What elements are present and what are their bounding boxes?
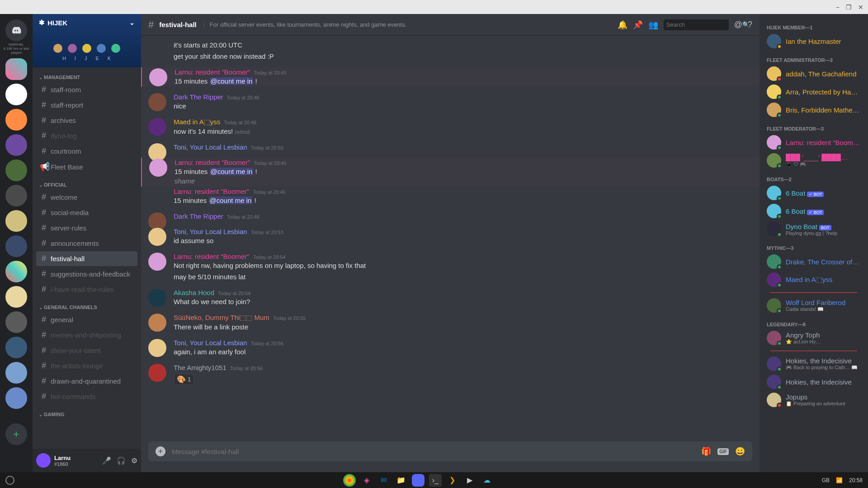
message-author[interactable]: SüüNeko, Dummy Thi⬚⬚ Mum <box>174 314 269 322</box>
message-author[interactable]: Toni, Your Local Lesbian <box>174 228 247 235</box>
inbox-icon[interactable]: @ <box>734 20 742 29</box>
category-header[interactable]: GENERAL CHANNELS <box>36 297 137 312</box>
guild-icon[interactable] <box>5 84 27 105</box>
window-maximize-button[interactable]: ❐ <box>846 4 852 11</box>
message-author[interactable]: Larnu: resident "Boomer" <box>175 159 250 166</box>
guild-icon[interactable] <box>5 210 27 232</box>
member-item[interactable]: Arra, Protected by Ha… <box>763 83 864 101</box>
guild-icon[interactable] <box>5 362 27 384</box>
category-header[interactable]: MANAGEMENT <box>36 67 137 82</box>
start-button[interactable] <box>5 476 14 485</box>
avatar[interactable] <box>148 253 166 271</box>
plex-icon[interactable]: ❯ <box>446 474 459 487</box>
member-item[interactable]: Ian the Hazmaster <box>763 32 864 50</box>
guild-icon[interactable] <box>5 337 27 358</box>
member-item[interactable]: Bris, Forbidden Mathe… <box>763 101 864 119</box>
channel-staff-report[interactable]: #staff-report <box>36 98 137 113</box>
taskbar[interactable]: ◈ ✉ 📁 ›_ ❯ ▶ ☁ GB 📶 20:58 <box>0 472 868 488</box>
window-minimize-button[interactable]: − <box>836 4 840 11</box>
guild-icon[interactable] <box>5 160 27 181</box>
member-item[interactable]: Maed in A⬚yss <box>763 271 864 289</box>
settings-gear-icon[interactable]: ⚙ <box>131 456 137 465</box>
member-item[interactable]: Drake, The Crosser of … <box>763 253 864 271</box>
add-server-button[interactable]: + <box>5 423 27 445</box>
server-header[interactable]: ✱ HIJEK ⌄ HIJEK <box>33 14 141 67</box>
attach-button[interactable]: + <box>156 446 165 456</box>
channel-social-media[interactable]: #social-media <box>36 205 137 220</box>
channel-dyno-log[interactable]: #dyno-log <box>36 128 137 143</box>
gif-button[interactable]: GIF <box>717 448 729 455</box>
member-item[interactable]: Angry Toph⭐ act.ion Hy… <box>763 329 864 347</box>
message-author[interactable]: Maed in A⬚yss <box>174 118 220 126</box>
guild-icon[interactable] <box>5 286 27 308</box>
guild-icon[interactable] <box>5 387 27 409</box>
mention[interactable]: @count me in <box>210 77 254 85</box>
channel-server-rules[interactable]: #server-rules <box>36 221 137 235</box>
message-author[interactable]: Toni, Your Local Lesbian <box>174 143 247 151</box>
channel-festival-hall[interactable]: #festival-hall <box>36 251 137 266</box>
mention[interactable]: @count me in <box>209 197 253 204</box>
guild-icon[interactable] <box>5 311 27 333</box>
app-icon[interactable]: ◈ <box>360 474 373 487</box>
search-input[interactable] <box>666 21 742 28</box>
play-store-icon[interactable]: ▶ <box>463 474 476 487</box>
member-item[interactable]: Wolf Lord FariberodCadia stands! 📖 <box>763 296 864 314</box>
channel-drawn-and-quarantined[interactable]: #drawn-and-quarantined <box>36 374 137 389</box>
message-author[interactable]: Larnu: resident "Boomer" <box>174 188 249 195</box>
channel-staff-room[interactable]: #staff-room <box>36 82 137 97</box>
message-input-box[interactable]: + 🎁 GIF 😀 <box>148 441 752 461</box>
wifi-icon[interactable]: 📶 <box>836 477 843 483</box>
channel-suggestions-and-feedback[interactable]: #suggestions-and-feedback <box>36 267 137 282</box>
message-author[interactable]: Toni, Your Local Lesbian <box>174 339 247 347</box>
avatar[interactable] <box>148 118 166 136</box>
chrome-icon[interactable] <box>343 474 356 487</box>
category-header[interactable]: OFFICIAL <box>36 175 137 189</box>
channel-general[interactable]: #general <box>36 312 137 327</box>
outlook-icon[interactable]: ✉ <box>377 474 390 487</box>
weather-icon[interactable]: ☁ <box>481 474 493 487</box>
pinned-icon[interactable]: 📌 <box>633 20 643 30</box>
avatar[interactable] <box>148 364 166 382</box>
guild-icon[interactable] <box>5 261 27 282</box>
message-input[interactable] <box>172 448 695 455</box>
files-icon[interactable]: 📁 <box>395 474 407 487</box>
channel-announcements[interactable]: #announcements <box>36 236 137 251</box>
message-author[interactable]: Dark The Ripper <box>174 212 223 220</box>
member-item[interactable]: 6 Boat✓ BOT <box>763 184 864 202</box>
channel-courtroom[interactable]: #courtroom <box>36 144 137 159</box>
avatar[interactable] <box>148 339 166 357</box>
avatar[interactable] <box>149 68 167 86</box>
help-icon[interactable]: ? <box>748 20 752 29</box>
language-indicator[interactable]: GB <box>822 477 830 483</box>
notifications-icon[interactable]: 🔔 <box>618 20 627 30</box>
emoji-icon[interactable]: 😀 <box>735 446 745 456</box>
guild-icon[interactable] <box>5 134 27 156</box>
user-avatar[interactable] <box>36 453 51 468</box>
clock[interactable]: 20:58 <box>849 477 863 483</box>
message-author[interactable]: Dark The Ripper <box>174 93 223 101</box>
message-author[interactable]: Akasha Hood <box>174 289 214 296</box>
guild-icon[interactable] <box>5 185 27 206</box>
reaction[interactable]: 🎨1 <box>174 374 194 385</box>
member-item[interactable]: Larnu: resident "Boom… <box>763 133 864 151</box>
guild-icon[interactable] <box>5 235 27 257</box>
category-header[interactable]: GAMING <box>36 404 137 419</box>
avatar[interactable] <box>148 228 166 246</box>
members-icon[interactable]: 👥 <box>648 20 658 30</box>
channel-list[interactable]: MANAGEMENT#staff-room#staff-report#archi… <box>33 67 141 449</box>
member-item[interactable]: Jopups📋 Preparing an adventure <box>763 391 864 409</box>
avatar[interactable] <box>149 159 167 177</box>
guild-icon[interactable] <box>5 58 27 80</box>
member-item[interactable]: Hokies, the Indecisive <box>763 373 864 391</box>
member-list[interactable]: HIJEK MEMBER—1Ian the HazmasterFLEET ADM… <box>760 14 868 472</box>
discord-icon[interactable] <box>412 474 425 487</box>
channel-memes-and-shitposting[interactable]: #memes-and-shitposting <box>36 328 137 343</box>
member-item[interactable]: Dyno BoatBOTPlaying dyno.gg | ?help <box>763 220 864 238</box>
message-author[interactable]: Larnu: resident "Boomer" <box>174 253 249 260</box>
gift-icon[interactable]: 🎁 <box>701 446 711 456</box>
mention[interactable]: @count me in <box>210 168 254 175</box>
channel-welcome[interactable]: #welcome <box>36 190 137 205</box>
mute-mic-icon[interactable]: 🎤 <box>102 456 111 465</box>
guild-icon[interactable] <box>5 109 27 131</box>
channel-show-your-talent[interactable]: #show-your-talent <box>36 343 137 358</box>
